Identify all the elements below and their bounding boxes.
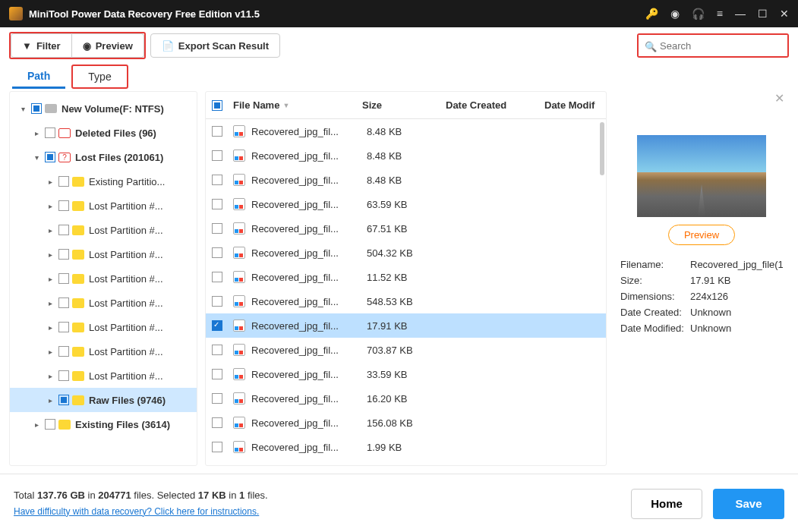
home-button[interactable]: Home bbox=[631, 489, 702, 519]
list-row[interactable]: Recovered_jpg_fil...1.99 KB bbox=[206, 435, 606, 459]
meta-filename-value: Recovered_jpg_file(1 bbox=[690, 259, 783, 270]
row-checkbox[interactable] bbox=[212, 223, 222, 234]
list-row[interactable]: Recovered_jpg_fil...8.48 KB bbox=[206, 143, 606, 168]
headphones-icon[interactable]: 🎧 bbox=[692, 8, 705, 20]
list-row[interactable]: Recovered_jpg_fil...17.91 KB bbox=[206, 313, 606, 338]
tree-child[interactable]: ▸Lost Partition #... bbox=[10, 364, 197, 388]
file-name: Recovered_jpg_fil... bbox=[251, 442, 367, 453]
export-label: Export Scan Result bbox=[178, 40, 269, 52]
list-row[interactable]: Recovered_jpg_fil...504.32 KB bbox=[206, 241, 606, 265]
col-modified[interactable]: Date Modif bbox=[544, 99, 600, 111]
list-row[interactable]: Recovered_jpg_fil...11.52 KB bbox=[206, 265, 606, 289]
row-checkbox[interactable] bbox=[212, 393, 222, 404]
file-icon bbox=[233, 417, 245, 429]
tree-child[interactable]: ▸Existing Partitio... bbox=[10, 169, 197, 194]
tree-raw[interactable]: ▸Raw Files (9746) bbox=[10, 388, 197, 412]
key-icon[interactable]: 🔑 bbox=[645, 8, 658, 20]
row-checkbox[interactable] bbox=[212, 272, 222, 282]
tab-path[interactable]: Path bbox=[12, 65, 65, 89]
tree-deleted[interactable]: ▸Deleted Files (96) bbox=[10, 121, 197, 145]
tree-child[interactable]: ▸Lost Partition #... bbox=[10, 194, 197, 218]
row-checkbox[interactable] bbox=[212, 369, 222, 379]
file-icon bbox=[233, 198, 245, 210]
export-icon: 📄 bbox=[162, 40, 174, 52]
row-checkbox[interactable] bbox=[212, 345, 222, 355]
list-row[interactable]: Recovered_jpg_fil...16.20 KB bbox=[206, 386, 606, 411]
meta-created-value: Unknown bbox=[690, 307, 783, 318]
toolbar: ▼ Filter ◉ Preview 📄 Export Scan Result … bbox=[0, 27, 798, 64]
row-checkbox[interactable] bbox=[212, 126, 222, 137]
filter-icon: ▼ bbox=[22, 40, 32, 52]
col-size[interactable]: Size bbox=[362, 99, 446, 111]
preview-image bbox=[637, 135, 766, 217]
list-row[interactable]: Recovered_jpg_fil...703.87 KB bbox=[206, 338, 606, 362]
row-checkbox[interactable] bbox=[212, 247, 222, 258]
file-size: 63.59 KB bbox=[367, 199, 450, 210]
file-size: 8.48 KB bbox=[367, 175, 450, 186]
row-checkbox[interactable] bbox=[212, 320, 222, 331]
meta-modified-value: Unknown bbox=[690, 323, 783, 334]
tree-existing[interactable]: ▸Existing Files (3614) bbox=[10, 412, 197, 436]
filter-button[interactable]: ▼ Filter bbox=[11, 33, 72, 58]
list-row[interactable]: Recovered_jpg_fil...33.59 KB bbox=[206, 362, 606, 386]
file-size: 156.08 KB bbox=[367, 417, 450, 429]
meta-created-label: Date Created: bbox=[620, 307, 690, 318]
file-name: Recovered_jpg_fil... bbox=[251, 393, 367, 405]
file-name: Recovered_jpg_fil... bbox=[251, 223, 367, 235]
file-name: Recovered_jpg_fil... bbox=[251, 272, 367, 283]
list-row[interactable]: Recovered_jpg_fil...67.51 KB bbox=[206, 216, 606, 241]
tree-root[interactable]: ▾New Volume(F: NTFS) bbox=[10, 96, 197, 121]
export-button[interactable]: 📄 Export Scan Result bbox=[150, 33, 280, 58]
file-icon bbox=[233, 441, 245, 453]
file-icon bbox=[233, 368, 245, 380]
row-checkbox[interactable] bbox=[212, 175, 222, 185]
tree-child[interactable]: ▸Lost Partition #... bbox=[10, 242, 197, 266]
col-filename[interactable]: File Name ▼ bbox=[233, 99, 362, 111]
meta-modified-label: Date Modified: bbox=[620, 323, 690, 334]
file-size: 67.51 KB bbox=[367, 223, 450, 235]
row-checkbox[interactable] bbox=[212, 150, 222, 161]
help-link[interactable]: Have difficulty with data recovery? Clic… bbox=[14, 506, 259, 517]
file-icon bbox=[233, 271, 245, 283]
sort-arrow-icon: ▼ bbox=[282, 102, 289, 109]
file-name: Recovered_jpg_fil... bbox=[251, 320, 367, 332]
list-row[interactable]: Recovered_jpg_fil...63.59 KB bbox=[206, 192, 606, 216]
select-all-checkbox[interactable] bbox=[212, 100, 222, 111]
list-row[interactable]: Recovered_jpg_fil...156.08 KB bbox=[206, 411, 606, 435]
close-icon[interactable]: ✕ bbox=[780, 8, 789, 20]
file-name: Recovered_jpg_fil... bbox=[251, 247, 367, 259]
scrollbar[interactable] bbox=[600, 122, 604, 175]
tree-child[interactable]: ▸Lost Partition #... bbox=[10, 218, 197, 242]
menu-icon[interactable]: ≡ bbox=[717, 8, 723, 20]
tree-child[interactable]: ▸Lost Partition #... bbox=[10, 266, 197, 291]
file-size: 8.48 KB bbox=[367, 150, 450, 162]
row-checkbox[interactable] bbox=[212, 296, 222, 307]
search-input[interactable] bbox=[639, 35, 787, 56]
col-created[interactable]: Date Created bbox=[446, 99, 544, 111]
tree-child[interactable]: ▸Lost Partition #... bbox=[10, 315, 197, 339]
file-size: 33.59 KB bbox=[367, 369, 450, 380]
disc-icon[interactable]: ◉ bbox=[670, 8, 680, 20]
tree-lost[interactable]: ▾?Lost Files (201061) bbox=[10, 145, 197, 169]
meta-filename-label: Filename: bbox=[620, 259, 690, 270]
list-row[interactable]: Recovered_jpg_fil...548.53 KB bbox=[206, 289, 606, 313]
list-header: File Name ▼ Size Date Created Date Modif bbox=[206, 92, 606, 119]
tab-type[interactable]: Type bbox=[73, 66, 126, 87]
close-preview-icon[interactable]: ✕ bbox=[774, 91, 784, 105]
preview-open-button[interactable]: Preview bbox=[668, 225, 735, 245]
tree-child[interactable]: ▸Lost Partition #... bbox=[10, 339, 197, 364]
footer: Total 137.76 GB in 204771 files. Selecte… bbox=[0, 474, 798, 532]
tree-child[interactable]: ▸Lost Partition #... bbox=[10, 291, 197, 315]
file-size: 8.48 KB bbox=[367, 126, 450, 137]
minimize-icon[interactable]: — bbox=[735, 8, 746, 20]
save-button[interactable]: Save bbox=[713, 489, 784, 519]
maximize-icon[interactable]: ☐ bbox=[758, 8, 768, 20]
row-checkbox[interactable] bbox=[212, 442, 222, 452]
list-row[interactable]: Recovered_jpg_fil...8.48 KB bbox=[206, 168, 606, 192]
file-icon bbox=[233, 125, 245, 137]
list-row[interactable]: Recovered_jpg_fil...8.48 KB bbox=[206, 119, 606, 143]
file-icon bbox=[233, 150, 245, 162]
row-checkbox[interactable] bbox=[212, 199, 222, 209]
row-checkbox[interactable] bbox=[212, 417, 222, 428]
preview-button[interactable]: ◉ Preview bbox=[72, 33, 144, 58]
